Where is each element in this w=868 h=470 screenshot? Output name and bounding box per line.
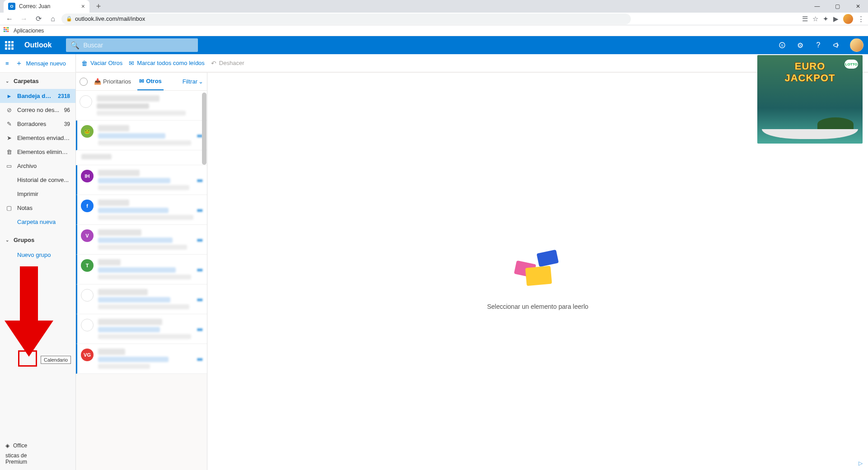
sender-avatar: VG: [81, 349, 94, 361]
mail-icon: ✉: [139, 78, 144, 84]
minimize-button[interactable]: ―: [807, 0, 827, 13]
message-item[interactable]: T ■■: [76, 255, 207, 284]
megaphone-icon[interactable]: [827, 36, 845, 54]
tab-bar: O Correo: Juan × + ― ▢ ✕: [0, 0, 868, 13]
window-controls: ― ▢ ✕: [807, 0, 868, 13]
sidebar-bottom: ◈ Office sticas de Premium: [0, 437, 75, 470]
message-item[interactable]: —: [76, 91, 207, 121]
message-item[interactable]: f ■■: [76, 195, 207, 225]
bookmark-apps[interactable]: Aplicaciones: [14, 28, 44, 34]
settings-gear-icon[interactable]: ⚙: [791, 36, 809, 54]
pencil-icon: ✎: [5, 121, 13, 127]
address-bar: ← → ⟳ ⌂ 🔒 outlook.live.com/mail/inbox ☰ …: [0, 13, 868, 25]
command-toolbar: 🗑 Vaciar Otros ✉ Marcar todos como leído…: [76, 54, 868, 72]
message-tabs: 📥 Prioritarios ✉ Otros Filtrar ⌄: [76, 73, 207, 91]
bookmark-star-icon[interactable]: ☆: [812, 15, 818, 23]
url-text: outlook.live.com/mail/inbox: [75, 15, 145, 22]
search-icon: 🔍: [70, 41, 80, 50]
search-input[interactable]: [83, 42, 193, 49]
folder-print[interactable]: Imprimir: [0, 187, 75, 201]
lock-icon: 🔒: [66, 16, 72, 22]
trash-icon: 🗑: [5, 149, 13, 155]
new-message-button[interactable]: ≡ ＋ Mensaje nuevo: [0, 54, 75, 72]
send-icon: ➤: [5, 135, 13, 141]
message-list-pane: 📥 Prioritarios ✉ Otros Filtrar ⌄ — 🐸 ■■: [76, 73, 207, 470]
inbox-icon: 📥: [94, 78, 101, 85]
account-avatar[interactable]: [850, 38, 863, 52]
tab-others[interactable]: ✉ Otros: [137, 73, 164, 90]
browser-menu-icon[interactable]: ⋮: [858, 15, 864, 23]
ad-badge: LOTTO: [845, 60, 858, 69]
folder-inbox[interactable]: ▸ Bandeja de ... 2318: [0, 89, 75, 103]
filter-dropdown[interactable]: Filtrar ⌄: [183, 78, 203, 85]
empty-others-button[interactable]: 🗑 Vaciar Otros: [81, 60, 122, 67]
message-item[interactable]: ■■: [76, 314, 207, 344]
upgrade-office-link[interactable]: ◈ Office: [5, 441, 70, 451]
scrollbar[interactable]: [202, 93, 206, 165]
chevron-down-icon: ⌄: [198, 78, 203, 85]
extensions-icon[interactable]: ✦: [823, 15, 829, 23]
message-item[interactable]: ■■: [76, 284, 207, 314]
media-icon[interactable]: ▶: [833, 15, 839, 23]
browser-chrome: O Correo: Juan × + ― ▢ ✕ ← → ⟳ ⌂ 🔒 outlo…: [0, 0, 868, 36]
skype-icon[interactable]: S: [773, 36, 791, 54]
profile-avatar[interactable]: [843, 14, 853, 24]
outlook-header: Outlook 🔍 S ⚙ ?: [0, 36, 868, 54]
help-icon[interactable]: ?: [809, 36, 827, 54]
apps-grid-icon[interactable]: [4, 27, 11, 34]
folder-notes[interactable]: ▢ Notas: [0, 201, 75, 215]
folder-history[interactable]: Historial de conve...: [0, 173, 75, 187]
message-item[interactable]: V ■■: [76, 225, 207, 255]
search-box[interactable]: 🔍: [66, 38, 198, 52]
folder-drafts[interactable]: ✎ Borradores 39: [0, 117, 75, 131]
tab-title: Correo: Juan: [19, 3, 50, 9]
reading-list-icon[interactable]: ☰: [802, 15, 808, 23]
empty-state-text: Seleccionar un elemento para leerlo: [487, 303, 588, 310]
archive-icon: ▭: [5, 163, 13, 169]
folder-archive[interactable]: ▭ Archivo: [0, 159, 75, 173]
empty-state-art: [515, 251, 560, 292]
url-field[interactable]: 🔒 outlook.live.com/mail/inbox: [61, 14, 631, 24]
tab-priority[interactable]: 📥 Prioritarios: [92, 73, 133, 90]
message-item[interactable]: VG ■■: [76, 344, 207, 374]
hamburger-icon[interactable]: ≡: [5, 60, 9, 67]
folder-sent[interactable]: ➤ Elementos enviados: [0, 131, 75, 145]
ad-banner[interactable]: EUROJACKPOT LOTTO: [757, 55, 863, 144]
groups-header[interactable]: ⌄ Grupos: [0, 232, 75, 248]
diamond-icon: ◈: [5, 442, 9, 449]
note-icon: ▢: [5, 205, 13, 211]
select-all-toggle[interactable]: [80, 78, 88, 86]
new-folder-link[interactable]: Carpeta nueva: [0, 215, 75, 229]
inbox-icon: ▸: [5, 93, 13, 99]
forward-button[interactable]: →: [18, 13, 30, 25]
back-button[interactable]: ←: [4, 13, 15, 25]
close-tab-icon[interactable]: ×: [81, 3, 85, 10]
app-launcher[interactable]: [0, 36, 18, 54]
chevron-down-icon: ⌄: [5, 79, 9, 84]
folder-deleted[interactable]: 🗑 Elementos elimina...: [0, 145, 75, 159]
maximize-button[interactable]: ▢: [827, 0, 848, 13]
new-group-link[interactable]: Nuevo grupo: [0, 248, 75, 262]
close-window-button[interactable]: ✕: [848, 0, 868, 13]
folders-header[interactable]: ⌄ Carpetas: [0, 73, 75, 89]
undo-button[interactable]: ↶ Deshacer: [211, 60, 244, 67]
content-area: ⌄ Carpetas ▸ Bandeja de ... 2318 ⊘ Corre…: [0, 73, 868, 470]
outlook-favicon: O: [8, 3, 15, 10]
browser-tab[interactable]: O Correo: Juan ×: [4, 0, 89, 13]
new-tab-button[interactable]: +: [92, 0, 105, 13]
chevron-down-icon: ⌄: [5, 237, 9, 242]
folder-junk[interactable]: ⊘ Correo no des... 96: [0, 103, 75, 117]
brand-label[interactable]: Outlook: [18, 41, 58, 49]
message-item[interactable]: 🐸 ■■: [76, 121, 207, 150]
sender-avatar: T: [81, 259, 94, 272]
premium-link[interactable]: sticas de Premium: [5, 451, 70, 467]
message-list[interactable]: — 🐸 ■■ IH ■■ f ■■ V ■■ T: [76, 91, 207, 470]
clock-icon: ⊘: [5, 107, 13, 113]
reload-button[interactable]: ⟳: [33, 13, 44, 25]
sender-avatar: [81, 319, 94, 331]
message-item[interactable]: IH ■■: [76, 165, 207, 195]
mark-all-read-button[interactable]: ✉ Marcar todos como leídos: [129, 60, 205, 67]
home-button[interactable]: ⌂: [47, 13, 59, 25]
ad-choices-icon[interactable]: ▷: [859, 460, 863, 466]
trash-icon: 🗑: [81, 60, 88, 67]
